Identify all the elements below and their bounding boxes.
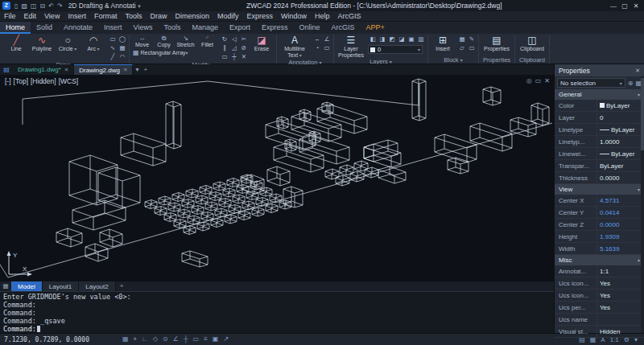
menu-item[interactable]: Express	[243, 12, 278, 20]
save-icon[interactable]: ◫	[31, 2, 37, 10]
tab-list-icon[interactable]: ▾	[135, 66, 138, 73]
property-value[interactable]	[597, 314, 644, 325]
set-base-point-icon[interactable]: ▭	[467, 43, 477, 52]
new-tab-icon[interactable]: +	[143, 66, 147, 73]
tab-close-icon[interactable]: ✕	[64, 67, 68, 73]
property-value[interactable]: Yes	[597, 277, 644, 289]
property-value[interactable]: Yes	[597, 290, 644, 301]
start-tab-icon[interactable]: ▤	[0, 64, 13, 75]
property-value[interactable]: ByLayer	[597, 148, 644, 159]
transparency-icon[interactable]: ▣	[213, 335, 219, 343]
plot-icon[interactable]: ⊟	[40, 2, 46, 10]
section-general[interactable]: General ▾	[555, 89, 644, 100]
property-value[interactable]: Hidden	[597, 326, 644, 337]
menu-item[interactable]: Dimension	[171, 12, 213, 20]
rectangle-icon[interactable]: ▭	[108, 35, 118, 43]
property-value[interactable]: ByLayer	[597, 100, 644, 111]
explode-icon[interactable]: ▭	[220, 52, 229, 61]
menu-item[interactable]: ArcGIS	[334, 12, 365, 20]
property-value[interactable]: ByLayer	[597, 160, 644, 171]
rotate-icon[interactable]: ↻	[220, 35, 229, 43]
property-value[interactable]: 0.0000	[597, 219, 644, 230]
minimize-button[interactable]: —	[608, 2, 619, 10]
menu-item[interactable]: Edit	[20, 12, 41, 20]
insert-block-button[interactable]: ⊞ Insert	[430, 35, 456, 52]
app-logo[interactable]: Z	[2, 2, 10, 10]
create-block-icon[interactable]: ▦	[457, 35, 467, 43]
ribbon-tab[interactable]: ArcGIS	[326, 22, 361, 34]
viewport-control[interactable]: [Hidden]	[31, 77, 56, 85]
arc-button[interactable]: ◠ Arc ▾	[80, 35, 106, 53]
dynamic-ucs-icon[interactable]: ┼	[184, 335, 188, 343]
menu-item[interactable]: Draw	[146, 12, 171, 20]
viewport-control[interactable]: [-]	[5, 77, 11, 85]
stretch-button[interactable]: ↘ Stretch	[175, 35, 196, 47]
ray-icon[interactable]: ╱	[108, 52, 118, 61]
maximize-button[interactable]: ▢	[619, 2, 630, 10]
copy-button[interactable]: ⧉ Copy	[153, 35, 175, 47]
ribbon-tab[interactable]: Insert	[98, 22, 128, 34]
section-misc[interactable]: Misc ▾	[555, 255, 644, 265]
break-icon[interactable]: ⊘	[239, 43, 249, 52]
property-value[interactable]: 0	[597, 112, 644, 123]
ribbon-tab[interactable]: Annotate	[58, 22, 98, 34]
property-value[interactable]: 1.0000	[597, 136, 644, 147]
ribbon-tab[interactable]: APP+	[361, 22, 390, 34]
layer-freeze-icon[interactable]: ◨	[378, 35, 387, 43]
define-attribute-icon[interactable]: ▱	[457, 43, 467, 52]
spline-icon[interactable]: ∿	[108, 43, 118, 52]
menu-item[interactable]: Modify	[213, 12, 243, 20]
trim-icon[interactable]: ✂	[239, 35, 249, 43]
tab-close-icon[interactable]: ✕	[123, 67, 127, 73]
workspace-switcher[interactable]: 2D Drafting & Annotati ▾	[68, 2, 141, 10]
hatch-icon[interactable]: ▦	[118, 43, 127, 52]
radius-dimension-icon[interactable]: ◔	[312, 43, 322, 52]
layer-previous-icon[interactable]: ▥	[416, 35, 426, 43]
layer-lock-icon[interactable]: ◩	[387, 35, 397, 43]
section-view[interactable]: View ▾	[555, 184, 644, 195]
viewport-control[interactable]: [WCS]	[59, 77, 79, 85]
drawing-tab[interactable]: Drawing1.dwg* ✕	[13, 64, 74, 75]
command-input[interactable]: Command:	[3, 325, 551, 333]
property-value[interactable]: 5.1639	[597, 243, 644, 254]
property-value[interactable]: 4.5731	[597, 195, 644, 206]
dynamic-input-icon[interactable]: ▭	[193, 335, 200, 343]
steering-wheel-icon[interactable]: ◎	[526, 77, 532, 84]
layer-isolate-icon[interactable]: ◪	[397, 35, 407, 43]
offset-icon[interactable]: ∥	[220, 43, 229, 52]
menu-item[interactable]: Insert	[64, 12, 90, 20]
move-button[interactable]: ↔ Move	[131, 35, 153, 47]
layout-tab[interactable]: Layout1	[43, 281, 79, 291]
open-file-icon[interactable]: ▨	[21, 2, 27, 10]
lengthen-icon[interactable]: ┼	[229, 52, 239, 61]
object-snap-icon[interactable]: ⊙	[163, 335, 168, 343]
menu-item[interactable]: Format	[90, 12, 122, 20]
circle-button[interactable]: ○ Circle ▾	[55, 35, 80, 53]
menu-item[interactable]: Tools	[121, 12, 146, 20]
new-layout-icon[interactable]: +	[116, 281, 128, 291]
rectangular-array-button[interactable]: ▦ Rectangular Array ▾	[131, 49, 218, 56]
selection-cycling-icon[interactable]: ↗	[223, 335, 229, 343]
clipboard-paste-button[interactable]: ◫ Clipboard	[517, 35, 547, 52]
layout-tab[interactable]: Layout2	[79, 281, 115, 291]
menu-item[interactable]: Help	[311, 12, 334, 20]
palette-header[interactable]: Properties ✕	[555, 64, 644, 76]
drawing-tab[interactable]: Drawing2.dwg ✕	[74, 64, 133, 75]
line-button[interactable]: ╱ Line ▾	[3, 35, 29, 53]
menu-item[interactable]: View	[40, 12, 64, 20]
properties-palette-button[interactable]: ▤ Properties	[481, 35, 513, 52]
quick-select-icon[interactable]: ⊕	[628, 80, 634, 87]
palette-close-icon[interactable]: ✕	[635, 68, 640, 74]
menu-item[interactable]: File	[0, 12, 20, 20]
property-value[interactable]: 0.0414	[597, 207, 644, 218]
ribbon-tab[interactable]: Views	[128, 22, 159, 34]
ellipse-icon[interactable]: ◯	[118, 35, 127, 43]
close-button[interactable]: ✕	[630, 2, 642, 10]
layer-on-icon[interactable]: ◧	[368, 35, 378, 43]
drawing-canvas[interactable]: [-][Top][Hidden][WCS] ◎▭✕ Y X	[0, 75, 554, 281]
selection-dropdown[interactable]: No selection ▾	[557, 78, 625, 88]
snap-icon[interactable]: ⌖	[134, 335, 138, 343]
redo-icon[interactable]: ↷	[57, 2, 63, 10]
layer-properties-button[interactable]: ☰ Layer Properties	[336, 35, 366, 58]
mirror-icon[interactable]: ◁	[229, 35, 239, 43]
